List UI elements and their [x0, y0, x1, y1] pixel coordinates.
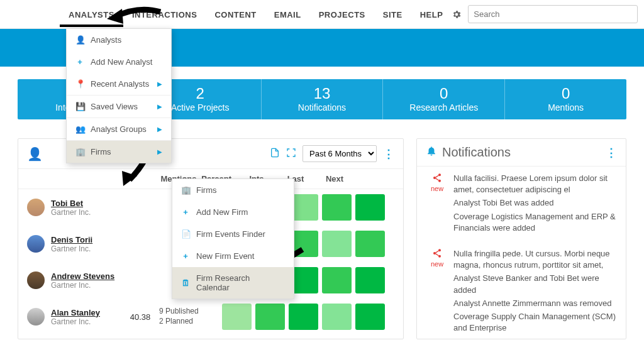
share-col: new — [427, 173, 447, 236]
menu-label: Add New Analyst — [91, 57, 162, 67]
nav-interactions[interactable]: INTERACTIONS — [123, 1, 206, 27]
notif-line: Analyst Steve Banker and Tobi Bet were a… — [453, 273, 616, 295]
nav-email[interactable]: EMAIL — [265, 1, 310, 27]
analyst-link[interactable]: Andrew Stevens — [51, 271, 121, 281]
notification-item[interactable]: new Nulla facilisi. Praese Lorem ipsum d… — [417, 167, 626, 242]
menu-saved-views[interactable]: 💾 Saved Views ▶ — [67, 96, 171, 118]
submenu-events-finder[interactable]: 📄 Firm Events Finder — [172, 223, 294, 245]
nav-site[interactable]: SITE — [374, 1, 411, 27]
plus-icon: + — [181, 251, 190, 261]
heat-cell[interactable] — [355, 231, 385, 257]
table-row: Alan Stanley Gartner Inc. 40.38 9 Publis… — [18, 298, 403, 335]
gear-icon[interactable] — [452, 9, 462, 19]
menu-label: Analyst Groups — [91, 124, 151, 134]
stat-mentions[interactable]: 0 Mentions — [505, 79, 626, 119]
heat-cell[interactable] — [355, 304, 385, 330]
submenu-new-event[interactable]: + New Firm Event — [172, 245, 294, 267]
top-nav: ANALYSTS INTERACTIONS CONTENT EMAIL PROJ… — [0, 0, 644, 29]
submenu-research-calendar[interactable]: 🗓 Firm Research Calendar — [172, 267, 294, 298]
notifications-head: Notifications ⋮ — [417, 139, 626, 167]
menu-firms[interactable]: 🏢 Firms ▶ — [67, 141, 171, 163]
stat-label: Notifications — [298, 102, 346, 112]
pdf-icon[interactable] — [270, 148, 280, 160]
more-icon[interactable]: ⋮ — [383, 148, 394, 160]
heat-cell[interactable] — [322, 304, 352, 330]
chevron-right-icon: ▶ — [157, 148, 162, 155]
submenu-add-firm[interactable]: + Add New Firm — [172, 201, 294, 223]
content-area: 👤 Past 6 Months ⋮ Mentions Percept. Ints — [18, 138, 626, 339]
analyst-firm: Gartner Inc. — [51, 244, 121, 253]
notif-line: Analyst Annette Zimmermann was removed — [453, 298, 616, 309]
analysts-panel-tools: Past 6 Months ⋮ — [270, 145, 394, 162]
bell-icon — [426, 145, 437, 160]
avatar[interactable] — [27, 308, 45, 326]
expand-icon[interactable] — [286, 148, 296, 160]
heat-cell[interactable] — [355, 194, 385, 221]
avatar[interactable] — [27, 199, 45, 216]
menu-label: Firm Events Finder — [196, 229, 285, 239]
new-label: new — [427, 185, 447, 192]
share-icon — [427, 248, 447, 260]
table-row: Michael Shanler 12 Published — [18, 335, 403, 339]
stat-notifications[interactable]: 13 Notifications — [262, 79, 384, 119]
building-icon: 🏢 — [181, 185, 190, 195]
menu-recent-analysts[interactable]: 📍 Recent Analysts ▶ — [67, 73, 171, 95]
analyst-firm: Gartner Inc. — [51, 208, 121, 217]
nav-content[interactable]: CONTENT — [206, 1, 265, 27]
building-icon: 🏢 — [75, 147, 84, 156]
user-icon: 👤 — [27, 146, 43, 162]
stat-value: 0 — [562, 86, 570, 101]
heat-cell[interactable] — [322, 267, 352, 293]
heat-cell[interactable] — [222, 304, 252, 330]
col-rating — [121, 174, 159, 183]
stat-label: Mentions — [548, 102, 584, 112]
notification-body: Nulla facilisi. Praese Lorem ipsum dolor… — [453, 173, 616, 236]
analyst-link[interactable]: Alan Stanley — [51, 308, 121, 317]
menu-label: New Firm Event — [196, 251, 285, 261]
heat-cell[interactable] — [355, 267, 385, 293]
col-next[interactable]: Next — [315, 174, 354, 183]
submenu-firms[interactable]: 🏢 Firms — [172, 179, 294, 201]
stat-research-articles[interactable]: 0 Research Articles — [383, 79, 505, 119]
firms-submenu: 🏢 Firms + Add New Firm 📄 Firm Events Fin… — [172, 178, 294, 299]
plus-icon: + — [75, 57, 84, 67]
analyst-link[interactable]: Tobi Bet — [51, 199, 121, 208]
share-col: new — [427, 248, 447, 336]
nav-help[interactable]: HELP — [411, 1, 452, 27]
nav-projects[interactable]: PROJECTS — [310, 1, 374, 27]
analyst-firm: Gartner Inc. — [51, 317, 121, 326]
svg-point-2 — [438, 180, 441, 182]
analyst-link[interactable]: Denis Torii — [51, 235, 121, 244]
document-icon: 📄 — [181, 229, 190, 239]
notifications-panel: Notifications ⋮ new Nulla facilisi. Prae… — [416, 138, 626, 339]
notification-item[interactable]: new Nulla fringilla pede. Ut cursus. Mor… — [417, 242, 626, 339]
topnav-right — [452, 5, 638, 23]
notif-line: Nulla fringilla pede. Ut cursus. Morbi n… — [453, 248, 616, 271]
menu-label: Firm Research Calendar — [196, 273, 285, 292]
heat-cell[interactable] — [322, 194, 352, 221]
analysts-dropdown: 👤 Analysts + Add New Analyst 📍 Recent An… — [66, 28, 172, 163]
nav-analysts[interactable]: ANALYSTS — [60, 1, 123, 27]
menu-add-analyst[interactable]: + Add New Analyst — [67, 51, 171, 73]
menu-analysts[interactable]: 👤 Analysts — [67, 29, 171, 51]
chevron-right-icon: ▶ — [157, 126, 162, 133]
avatar[interactable] — [27, 271, 45, 289]
notif-line: Nulla facilisi. Praese Lorem ipsum dolor… — [453, 173, 616, 195]
analyst-name-col: Alan Stanley Gartner Inc. — [51, 308, 121, 326]
heat-cell[interactable] — [289, 304, 318, 330]
search-input[interactable] — [468, 5, 638, 23]
nav-items: ANALYSTS INTERACTIONS CONTENT EMAIL PROJ… — [60, 1, 452, 27]
svg-point-5 — [438, 255, 441, 258]
save-icon: 💾 — [75, 102, 84, 111]
menu-analyst-groups[interactable]: 👥 Analyst Groups ▶ — [67, 118, 171, 140]
range-select[interactable]: Past 6 Months — [303, 145, 377, 162]
heat-cell[interactable] — [255, 304, 285, 330]
chevron-right-icon: ▶ — [157, 80, 162, 87]
heat-cell[interactable] — [322, 231, 352, 257]
avatar[interactable] — [27, 235, 45, 253]
stat-label: Active Projects — [171, 102, 230, 112]
analyst-name-col: Andrew Stevens Gartner Inc. — [51, 271, 121, 290]
more-icon[interactable]: ⋮ — [606, 147, 617, 158]
heat-cells — [222, 304, 385, 330]
menu-label: Saved Views — [91, 102, 151, 111]
